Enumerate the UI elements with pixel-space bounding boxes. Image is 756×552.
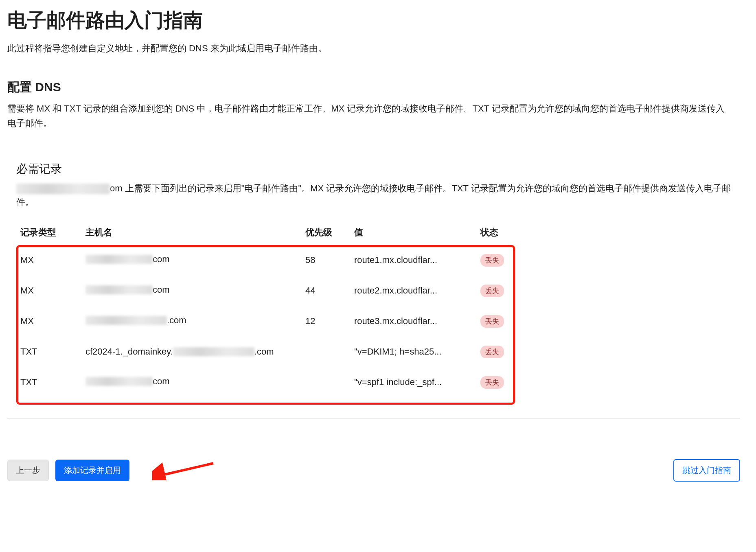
col-header-host: 主机名 [81, 222, 301, 245]
dns-section-heading: 配置 DNS [7, 79, 749, 96]
col-header-priority: 优先级 [301, 222, 350, 245]
cell-host: com [81, 245, 301, 276]
table-row: TXT com "v=spf1 include:_spf... 丢失 [16, 367, 517, 398]
page-title: 电子邮件路由入门指南 [7, 7, 749, 33]
cell-value: route1.mx.cloudflar... [350, 245, 476, 276]
host-suffix: .com [254, 346, 274, 357]
cell-priority: 58 [301, 245, 350, 276]
cell-status: 丢失 [476, 367, 517, 398]
status-badge: 丢失 [480, 376, 504, 389]
cell-status: 丢失 [476, 306, 517, 337]
host-suffix: com [153, 285, 170, 295]
host-suffix: com [153, 376, 170, 387]
footer: 上一步 添加记录并启用 跳过入门指南 [7, 459, 740, 482]
cell-value: "v=spf1 include:_spf... [350, 367, 476, 398]
cell-host: com [81, 276, 301, 306]
table-row: MX .com 12 route3.mx.cloudflar... 丢失 [16, 306, 517, 337]
status-badge: 丢失 [480, 285, 504, 297]
cell-priority [301, 367, 350, 398]
redacted-host [85, 316, 167, 325]
cell-host: cf2024-1._domainkey..com [81, 337, 301, 367]
cell-status: 丢失 [476, 276, 517, 306]
cell-priority: 44 [301, 276, 350, 306]
table-row: TXT cf2024-1._domainkey..com "v=DKIM1; h… [16, 337, 517, 367]
cell-type: MX [16, 245, 81, 276]
page-description: 此过程将指导您创建自定义地址，并配置您的 DNS 来为此域启用电子邮件路由。 [7, 42, 749, 55]
cell-type: TXT [16, 337, 81, 367]
redacted-host [85, 377, 153, 386]
col-header-status: 状态 [476, 222, 517, 245]
redacted-host [85, 255, 153, 264]
status-badge: 丢失 [480, 254, 504, 267]
cell-status: 丢失 [476, 337, 517, 367]
cell-type: MX [16, 306, 81, 337]
col-header-value: 值 [350, 222, 476, 245]
dns-records-tbody: MX com 58 route1.mx.cloudflar... 丢失 MX c… [16, 245, 517, 398]
records-card-intro: om 上需要下面列出的记录来启用"电子邮件路由"。MX 记录允许您的域接收电子邮… [16, 182, 740, 209]
cell-host: com [81, 367, 301, 398]
required-records-card: 必需记录 om 上需要下面列出的记录来启用"电子邮件路由"。MX 记录允许您的域… [7, 156, 749, 398]
host-prefix: cf2024-1._domainkey. [85, 346, 173, 357]
records-card-heading: 必需记录 [16, 161, 740, 177]
cell-priority: 12 [301, 306, 350, 337]
table-row: MX com 58 route1.mx.cloudflar... 丢失 [16, 245, 517, 276]
arrow-annotation-icon [152, 460, 217, 480]
table-row: MX com 44 route2.mx.cloudflar... 丢失 [16, 276, 517, 306]
status-badge: 丢失 [480, 346, 504, 358]
back-button[interactable]: 上一步 [7, 460, 49, 481]
col-header-type: 记录类型 [16, 222, 81, 245]
cell-priority [301, 337, 350, 367]
cell-type: MX [16, 276, 81, 306]
redacted-domain [16, 184, 110, 194]
svg-line-0 [160, 463, 213, 475]
host-suffix: com [153, 254, 170, 265]
cell-value: route3.mx.cloudflar... [350, 306, 476, 337]
host-suffix: .com [167, 315, 186, 326]
cell-type: TXT [16, 367, 81, 398]
cell-status: 丢失 [476, 245, 517, 276]
cell-host: .com [81, 306, 301, 337]
dns-records-table: 记录类型 主机名 优先级 值 状态 [16, 222, 517, 245]
add-records-enable-button[interactable]: 添加记录并启用 [55, 460, 129, 481]
records-intro-text: om 上需要下面列出的记录来启用"电子邮件路由"。MX 记录允许您的域接收电子邮… [16, 183, 731, 207]
skip-guide-button[interactable]: 跳过入门指南 [673, 459, 740, 482]
dns-section-description: 需要将 MX 和 TXT 记录的组合添加到您的 DNS 中，电子邮件路由才能正常… [7, 101, 732, 131]
status-badge: 丢失 [480, 315, 504, 328]
redacted-host [85, 285, 153, 294]
cell-value: route2.mx.cloudflar... [350, 276, 476, 306]
footer-divider [7, 418, 740, 418]
redacted-host [173, 347, 254, 356]
cell-value: "v=DKIM1; h=sha25... [350, 337, 476, 367]
